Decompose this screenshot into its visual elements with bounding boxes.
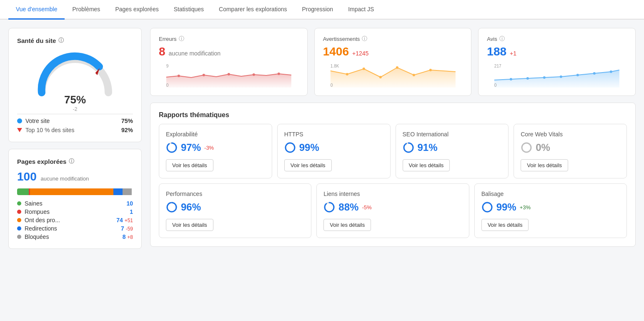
diff-liens: -5% (362, 204, 371, 211)
warnings-info-icon[interactable]: ⓘ (362, 35, 367, 43)
top-dropdown[interactable]: Top 10 % des sites (25, 127, 75, 133)
diff-explorabilite: -3% (204, 145, 214, 151)
report-liens-score: 88% -5% (323, 201, 462, 213)
metric-warnings: Avertissements ⓘ 1406 +1245 (314, 28, 472, 96)
top-value: 92% (121, 127, 133, 133)
sidebar: Santé du site ⓘ 75% -2 (8, 28, 142, 311)
notices-info-icon[interactable]: ⓘ (499, 35, 505, 43)
nav-item-overview[interactable]: Vue d'ensemble (8, 0, 65, 20)
reports-section: Rapports thématiques Explorabilité 97% -… (150, 103, 636, 247)
score-liens: 88% (338, 201, 358, 213)
ring-performances (166, 201, 178, 213)
pages-title: Pages explorées ⓘ (17, 158, 133, 165)
details-cwv[interactable]: Voir les détails (521, 159, 568, 171)
report-https-name: HTTPS (284, 131, 383, 138)
dot-bloquees (17, 235, 21, 239)
dot-redirections (17, 226, 21, 231)
pages-count-row: 100 aucune modification (17, 170, 133, 183)
report-explorabilite-name: Explorabilité (166, 131, 265, 138)
details-https[interactable]: Voir les détails (284, 159, 332, 171)
pages-count: 100 (17, 170, 37, 183)
legend-top: Top 10 % des sites 92% (17, 127, 133, 133)
report-balisage: Balisage 99% +3% Voir les détails (474, 183, 627, 238)
nav-item-problems[interactable]: Problèmes (65, 0, 108, 20)
nav-item-stats[interactable]: Statistiques (166, 0, 211, 20)
report-https-score: 99% (284, 142, 383, 153)
report-balisage-score: 99% +3% (481, 201, 620, 213)
svg-text:1.8K: 1.8K (331, 64, 339, 68)
svg-point-8 (346, 73, 348, 75)
report-seo-score: 91% (403, 142, 502, 153)
svg-point-5 (278, 73, 280, 75)
metrics-row: Erreurs ⓘ 8 aucune modification (150, 28, 636, 96)
health-legend: Votre site 75% Top 10 % des sites 92% (17, 118, 133, 133)
pages-legend: Saines 10 Rompues 1 Ont des pro... (17, 200, 133, 240)
pages-bar (17, 188, 133, 195)
svg-point-16 (510, 78, 512, 80)
details-balisage[interactable]: Voir les détails (481, 219, 529, 231)
nav-item-compare[interactable]: Comparer les explorations (211, 0, 294, 20)
metric-errors-value: 8 aucune modification (159, 45, 299, 58)
score-https: 99% (299, 142, 319, 153)
svg-point-31 (522, 143, 531, 152)
report-balisage-name: Balisage (481, 191, 620, 197)
svg-point-21 (593, 72, 596, 75)
page-content: Santé du site ⓘ 75% -2 (0, 20, 644, 319)
diff-balisage: +3% (520, 204, 531, 211)
pages-info-icon[interactable]: ⓘ (69, 158, 74, 165)
ring-seo (403, 142, 414, 153)
ring-explorabilite (166, 142, 178, 153)
legend-saines: Saines 10 (17, 200, 133, 207)
gauge-diff: -2 (17, 106, 133, 112)
nav-item-pages[interactable]: Pages explorées (108, 0, 166, 20)
dot-issues (17, 218, 21, 222)
svg-point-10 (379, 76, 382, 78)
reports-bottom-grid: Performances 96% Voir les détails Liens … (159, 183, 627, 238)
report-performances-score: 96% (166, 201, 304, 213)
report-performances: Performances 96% Voir les détails (159, 183, 311, 238)
warnings-chart: 1.8K 0 (323, 63, 463, 88)
site-value: 75% (121, 118, 133, 124)
report-explorabilite: Explorabilité 97% -3% Voir les détails (159, 124, 272, 178)
metric-notices-label: Avis ⓘ (487, 35, 627, 43)
svg-text:0: 0 (494, 83, 497, 88)
details-explorabilite[interactable]: Voir les détails (166, 159, 213, 171)
details-performances[interactable]: Voir les détails (166, 219, 213, 231)
nav-item-js[interactable]: Impact JS (341, 0, 381, 20)
ring-liens (323, 201, 335, 213)
svg-point-3 (228, 73, 230, 75)
reports-top-grid: Explorabilité 97% -3% Voir les détails H… (159, 124, 627, 178)
nav-item-progress[interactable]: Progression (294, 0, 341, 20)
report-seo-name: SEO International (403, 131, 502, 138)
report-performances-name: Performances (166, 191, 304, 197)
score-balisage: 99% (496, 201, 516, 213)
report-explorabilite-score: 97% -3% (166, 142, 265, 153)
svg-point-20 (576, 74, 579, 76)
legend-issues: Ont des pro... 74 +51 (17, 217, 133, 223)
main-content: Erreurs ⓘ 8 aucune modification (150, 28, 636, 311)
svg-point-30 (404, 143, 413, 152)
svg-point-28 (286, 143, 295, 152)
pages-sub: aucune modification (41, 176, 89, 182)
legend-redirections: Redirections 7 -59 (17, 225, 133, 232)
metric-errors: Erreurs ⓘ 8 aucune modification (150, 28, 308, 96)
svg-point-2 (203, 74, 205, 76)
notices-diff: +1 (510, 50, 516, 57)
details-liens[interactable]: Voir les détails (323, 219, 371, 231)
details-seo[interactable]: Voir les détails (403, 159, 450, 171)
health-info-icon[interactable]: ⓘ (58, 37, 64, 44)
svg-text:217: 217 (494, 64, 501, 68)
svg-text:9: 9 (166, 64, 169, 68)
errors-info-icon[interactable]: ⓘ (179, 35, 184, 43)
svg-point-35 (325, 203, 334, 212)
errors-diff: aucune modification (169, 50, 221, 57)
top-triangle (17, 128, 22, 132)
health-card: Santé du site ⓘ 75% -2 (8, 28, 142, 142)
bar-issues (30, 188, 113, 195)
legend-rompues: Rompues 1 (17, 208, 133, 215)
bar-redirect (113, 188, 123, 195)
notices-chart: 217 0 (487, 63, 627, 88)
report-cwv: Core Web Vitals 0% Voir les détails (514, 124, 627, 178)
ring-https (284, 142, 296, 153)
gauge-chart (33, 51, 117, 97)
